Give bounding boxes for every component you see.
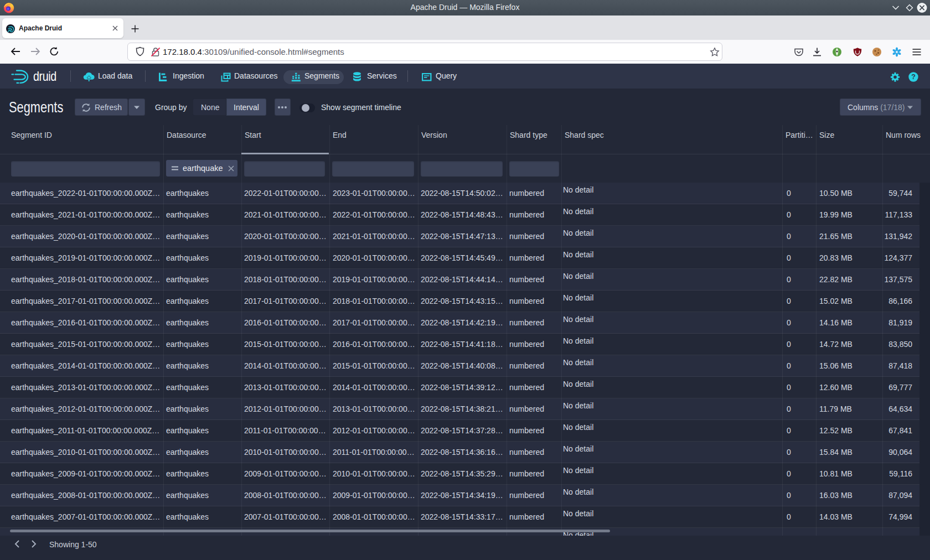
svg-text:?: ?	[911, 73, 916, 81]
